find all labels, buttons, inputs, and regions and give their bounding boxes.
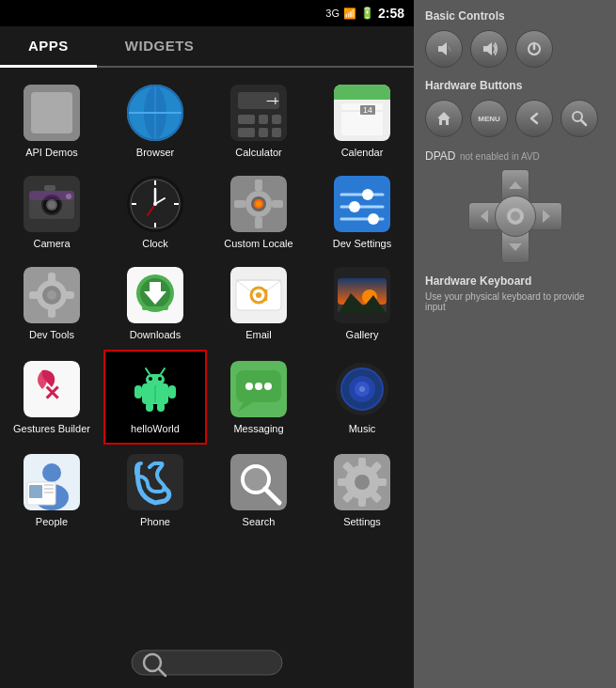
people-label: People — [36, 516, 68, 528]
app-item-music[interactable]: Music — [310, 350, 414, 445]
email-icon — [230, 267, 287, 323]
back-button[interactable] — [515, 100, 553, 137]
calendar-icon: 14 — [334, 85, 390, 141]
people-icon — [24, 454, 80, 510]
svg-marker-154 — [509, 243, 522, 251]
home-button[interactable] — [425, 100, 463, 137]
app-item-browser[interactable]: Browser — [103, 75, 207, 166]
app-item-downloads[interactable]: Downloads — [103, 258, 207, 349]
hello-world-icon — [127, 361, 183, 417]
app-item-hello-world[interactable]: helloWorld — [103, 350, 207, 445]
browser-icon — [127, 85, 183, 141]
calculator-label: Calculator — [235, 147, 282, 159]
svg-marker-149 — [509, 181, 522, 189]
network-indicator: 3G — [325, 8, 340, 19]
calendar-label: Calendar — [341, 147, 384, 159]
svg-rect-18 — [259, 128, 268, 137]
app-item-custom-locale[interactable]: Custom Locale — [207, 166, 310, 258]
svg-point-80 — [256, 292, 261, 298]
basic-controls-title: Basic Controls — [425, 9, 605, 23]
phone-icon — [127, 454, 183, 510]
svg-rect-118 — [29, 485, 42, 498]
camera-label: Camera — [33, 238, 70, 250]
svg-rect-97 — [168, 385, 176, 399]
svg-point-152 — [511, 211, 520, 221]
bottom-bar — [0, 635, 414, 688]
dpad-center-button[interactable] — [495, 195, 536, 237]
volume-down-button[interactable] — [425, 30, 463, 68]
settings-label: Settings — [343, 516, 381, 528]
app-item-settings[interactable]: Settings — [310, 445, 414, 536]
downloads-icon — [127, 267, 183, 323]
app-item-calculator[interactable]: − + Calculator — [207, 75, 310, 166]
svg-line-148 — [581, 120, 586, 125]
svg-rect-75 — [142, 306, 168, 310]
email-label: Email — [245, 329, 272, 341]
svg-point-32 — [48, 201, 55, 209]
svg-rect-16 — [272, 115, 281, 124]
svg-point-46 — [153, 202, 157, 206]
hw-buttons-row: MENU — [425, 100, 605, 137]
hardware-buttons-title: Hardware Buttons — [425, 79, 605, 92]
svg-rect-51 — [255, 217, 262, 228]
app-item-email[interactable]: Email — [207, 258, 310, 349]
svg-rect-33 — [44, 185, 55, 191]
svg-marker-150 — [481, 210, 488, 223]
tab-widgets[interactable]: WIDGETS — [97, 26, 223, 66]
app-item-gestures-builder[interactable]: ✕ Gestures Builder — [0, 350, 103, 445]
battery-icon: 🔋 — [360, 7, 374, 20]
basic-controls-row — [425, 30, 605, 68]
gallery-label: Gallery — [346, 329, 379, 341]
dpad-note: not enabled in AVD — [460, 151, 540, 162]
search-app-icon — [230, 454, 287, 510]
tab-apps[interactable]: APPS — [0, 26, 97, 68]
search-hw-button[interactable] — [561, 100, 598, 137]
app-item-gallery[interactable]: Gallery — [310, 258, 414, 349]
tab-bar: APPS WIDGETS — [0, 26, 414, 68]
svg-text:14: 14 — [363, 105, 372, 115]
app-item-api-demos[interactable]: API Demos — [0, 75, 103, 166]
svg-rect-68 — [29, 291, 42, 299]
svg-rect-15 — [259, 115, 268, 124]
volume-up-button[interactable] — [470, 30, 508, 68]
svg-rect-67 — [48, 305, 55, 318]
app-item-dev-settings[interactable]: Dev Settings — [310, 166, 414, 258]
calculator-icon: − + — [230, 85, 287, 141]
camera-icon — [24, 176, 80, 232]
svg-point-93 — [158, 377, 162, 381]
app-item-search[interactable]: Search — [207, 445, 310, 536]
power-button[interactable] — [515, 30, 553, 68]
svg-marker-146 — [437, 112, 450, 125]
menu-button[interactable]: MENU — [470, 100, 508, 137]
svg-rect-52 — [234, 200, 245, 208]
svg-marker-141 — [438, 42, 447, 55]
svg-rect-56 — [334, 176, 390, 232]
app-item-dev-tools[interactable]: Dev Tools — [0, 258, 103, 349]
svg-rect-91 — [146, 374, 165, 385]
svg-rect-66 — [48, 273, 55, 286]
app-item-messaging[interactable]: Messaging — [207, 350, 310, 445]
svg-rect-17 — [238, 128, 255, 137]
app-item-camera[interactable]: Camera — [0, 166, 103, 258]
messaging-label: Messaging — [233, 423, 283, 435]
svg-rect-84 — [338, 278, 387, 305]
svg-rect-98 — [146, 402, 153, 412]
svg-point-60 — [349, 201, 360, 212]
svg-rect-53 — [272, 200, 283, 208]
hello-world-label: helloWorld — [131, 423, 180, 435]
svg-point-104 — [245, 383, 253, 390]
controls-panel: Basic Controls Hardware Buttons — [414, 0, 616, 688]
app-item-calendar[interactable]: 14 Calendar — [310, 75, 414, 166]
svg-rect-1 — [33, 94, 71, 132]
dev-settings-label: Dev Settings — [333, 238, 391, 250]
svg-rect-131 — [338, 478, 349, 486]
app-item-phone[interactable]: Phone — [103, 445, 207, 536]
svg-rect-130 — [358, 495, 366, 507]
app-item-clock[interactable]: Clock — [103, 166, 207, 258]
app-grid: API Demos Browser — [0, 68, 414, 543]
dpad-section: DPAD not enabled in AVD — [425, 147, 605, 164]
app-item-people[interactable]: People — [0, 445, 103, 536]
clock-icon — [127, 176, 183, 232]
svg-text:✕: ✕ — [43, 382, 60, 405]
settings-icon — [334, 454, 390, 510]
